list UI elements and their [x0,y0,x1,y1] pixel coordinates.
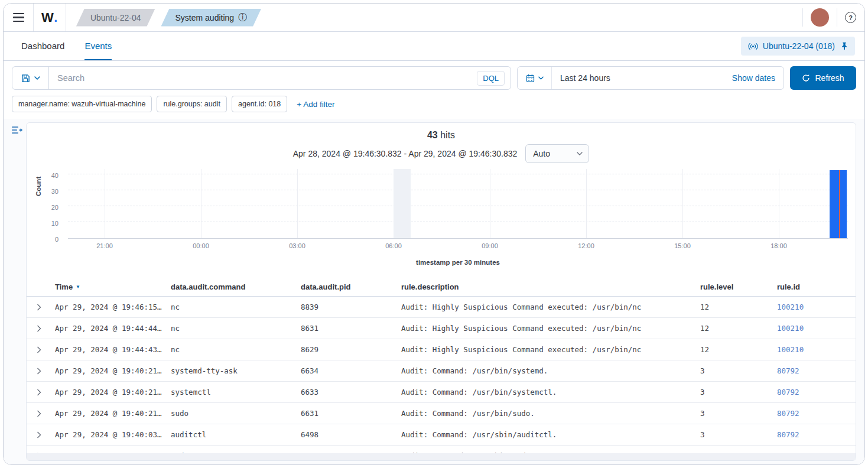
filter-chip-agent-id[interactable]: agent.id: 018 [232,96,287,112]
x-tick: 03:00 [289,242,305,249]
tab-events[interactable]: Events [84,32,112,60]
save-icon [21,74,30,83]
gridline [68,190,848,190]
cell-level: 12 [700,324,777,333]
gridline [201,169,201,238]
menu-icon[interactable] [12,11,25,24]
hits-label: hits [440,130,455,140]
rule-id-link[interactable]: 100210 [777,303,856,311]
chevron-down-icon [577,152,583,155]
wazuh-logo[interactable]: W. [41,10,58,25]
cell-level: 3 [700,430,777,439]
rule-id-link[interactable]: 80792 [777,388,856,396]
divider [837,8,837,27]
cell-time: Apr 29, 2024 @ 19:40:21.639 [55,366,171,375]
cell-command: nc [171,303,301,311]
table-header: Time▼ data.audit.command data.audit.pid … [27,278,856,297]
cell-time: Apr 29, 2024 @ 19:44:43.109 [55,345,171,354]
pin-icon[interactable] [841,42,848,50]
rule-id-link[interactable]: 100210 [777,324,856,333]
broadcast-icon [748,43,758,50]
divider [66,4,66,31]
cell-command: nc [171,324,301,333]
x-axis-ticks: 21:00 00:00 03:00 06:00 09:00 12:00 15:0… [68,242,848,252]
user-avatar[interactable] [811,8,829,27]
hover-band [394,169,411,238]
help-icon[interactable]: ? [845,12,856,23]
events-histogram: Count 0 10 20 30 40 [27,169,856,273]
expand-row-button[interactable] [31,346,47,353]
rule-id-link[interactable]: 100210 [777,345,856,354]
cell-time: Apr 29, 2024 @ 19:40:03.621 [55,430,171,439]
cell-time: Apr 29, 2024 @ 19:44:44.859 [55,324,171,333]
cell-level: 3 [700,388,777,396]
interval-select[interactable]: Auto [525,144,589,163]
pinned-agent-pill[interactable]: Ubuntu-22-04 (018) [741,37,855,56]
query-bar: DQL Last 24 hours Show dates Refresh [4,61,864,95]
chart-header: Apr 28, 2024 @ 19:46:30.832 - Apr 29, 20… [27,144,856,163]
save-query-button[interactable] [12,67,49,89]
expand-row-button[interactable] [31,410,47,417]
table-row: Apr 29, 2024 @ 19:44:44.859 nc 8631 Audi… [27,318,856,339]
cell-command: systemctl [171,388,301,396]
rule-id-link[interactable]: 80792 [777,409,856,418]
date-picker: Last 24 hours Show dates [517,66,784,90]
search-input[interactable] [49,73,477,83]
col-header-id[interactable]: rule.id [777,282,856,291]
col-header-level[interactable]: rule.level [700,282,777,291]
expand-row-button[interactable] [31,304,47,311]
cell-level: 12 [700,303,777,311]
expand-row-button[interactable] [31,431,47,438]
table-row: Apr 29, 2024 @ 19:40:03.621 auditctl 649… [27,424,856,446]
add-filter-button[interactable]: + Add filter [297,100,334,109]
expand-row-button[interactable] [31,325,47,332]
breadcrumb-agent[interactable]: Ubuntu-22-04 [76,9,155,27]
x-tick: 00:00 [193,242,209,249]
query-language-button[interactable]: DQL [477,71,505,86]
divider [33,4,34,31]
expand-fields-panel-button[interactable] [12,126,23,137]
cell-level: 12 [700,345,777,354]
menu-right-icon [12,126,23,135]
quick-select-button[interactable] [518,67,552,89]
cell-pid: 8839 [301,303,401,311]
chevron-down-icon [538,76,544,80]
calendar-icon [526,74,535,83]
cell-pid: 6498 [301,430,401,439]
chevron-right-icon [36,410,42,417]
x-tick: 06:00 [385,242,402,249]
sort-desc-icon: ▼ [76,284,80,290]
breadcrumb-module[interactable]: System auditing ⓘ [161,9,262,27]
col-header-pid[interactable]: data.audit.pid [301,282,401,291]
refresh-button[interactable]: Refresh [790,66,856,90]
cell-time: Apr 29, 2024 @ 19:40:21.586 [55,409,171,418]
col-header-description[interactable]: rule.description [401,282,700,291]
hits-summary: 43 hits [27,130,856,141]
y-tick: 10 [51,220,58,227]
expand-row-button[interactable] [31,368,47,375]
cell-command: nc [171,345,301,354]
col-header-time[interactable]: Time▼ [55,282,171,291]
table-row: Apr 29, 2024 @ 19:40:21.586 sudo 6631 Au… [27,403,856,424]
table-row: Apr 29, 2024 @ 19:44:43.109 nc 8629 Audi… [27,339,856,360]
time-range-value[interactable]: Last 24 hours [560,73,610,83]
horizontal-scrollbar[interactable] [27,453,856,460]
filter-chip-rule-groups[interactable]: rule.groups: audit [157,96,227,112]
info-icon[interactable]: ⓘ [238,12,247,23]
histogram-bar[interactable] [830,170,847,238]
expand-row-button[interactable] [31,389,47,396]
tab-dashboard[interactable]: Dashboard [21,32,64,60]
rule-id-link[interactable]: 80792 [777,430,856,439]
col-header-command[interactable]: data.audit.command [171,282,301,291]
cell-pid: 8631 [301,324,401,333]
cell-command: sudo [171,409,301,418]
show-dates-button[interactable]: Show dates [732,73,775,83]
cell-command: systemd-tty-ask [171,366,301,375]
filter-chip-manager[interactable]: manager.name: wazuh-virtual-machine [12,96,152,112]
current-time-marker [839,170,840,238]
rule-id-link[interactable]: 80792 [777,366,856,375]
plot-area [68,169,848,239]
breadcrumb: Ubuntu-22-04 System auditing ⓘ [76,9,261,27]
gridline [68,174,848,174]
cell-pid: 8629 [301,345,401,354]
